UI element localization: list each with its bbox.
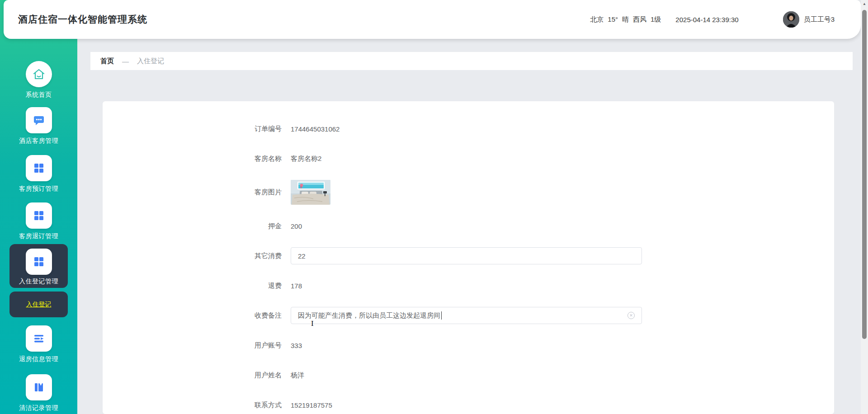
order-number-value: 1744645031062 [291, 125, 340, 133]
sidebar-item-room-management[interactable]: 酒店客房管理 [0, 107, 77, 145]
weather-wind-level: 1级 [651, 15, 661, 24]
form-row-charge-remark: 收费备注 因为可能产生消费，所以由员工这边发起退房间 ✕ [103, 307, 834, 324]
weather-temp: 15° [608, 15, 618, 24]
username: 员工工号3 [804, 15, 835, 24]
checkin-form-card: 订单编号 1744645031062 客房名称 客房名称2 客房图片 [103, 101, 834, 414]
sidebar-item-room-booking[interactable]: 客房预订管理 [0, 155, 77, 193]
field-label: 订单编号 [103, 125, 291, 133]
app-header: 酒店住宿一体化智能管理系统 北京 15° 晴 西风 1级 2025-04-14 … [4, 0, 861, 39]
grid-icon [26, 249, 52, 275]
sidebar-item-system-home[interactable]: 系统首页 [0, 61, 77, 99]
home-icon [26, 61, 52, 87]
field-label: 客房名称 [103, 155, 291, 163]
charge-remark-value: 因为可能产生消费，所以由员工这边发起退房间 [298, 311, 440, 320]
sidebar-item-room-cancellation[interactable]: 客房退订管理 [0, 202, 77, 240]
sidebar-item-label: 客房预订管理 [19, 185, 58, 193]
sidebar-item-label: 系统首页 [26, 91, 52, 99]
page-scrollbar[interactable]: ▲ [861, 0, 868, 414]
current-datetime: 2025-04-14 23:39:30 [675, 16, 738, 24]
sidebar: 系统首页 酒店客房管理 客房预订管理 [0, 0, 77, 414]
other-consumption-value: 22 [298, 252, 306, 260]
app-title: 酒店住宿一体化智能管理系统 [18, 13, 147, 26]
form-row-contact: 联系方式 15219187575 [103, 396, 834, 414]
room-image-thumbnail[interactable] [291, 180, 330, 205]
sidebar-item-label: 酒店客房管理 [19, 137, 58, 145]
breadcrumb-separator: — [122, 57, 129, 65]
weather-wind: 西风 [633, 15, 646, 24]
contact-value: 15219187575 [291, 401, 332, 409]
form-row-other-consumption: 其它消费 22 [103, 247, 834, 264]
field-label: 退费 [103, 282, 291, 290]
sidebar-item-cleaning-records[interactable]: 清洁记录管理 [0, 374, 77, 412]
field-label: 用户姓名 [103, 371, 291, 380]
user-menu[interactable]: 员工工号3 [783, 11, 835, 28]
field-label: 用户账号 [103, 341, 291, 350]
sidebar-item-checkout-info[interactable]: 退房信息管理 [0, 325, 77, 363]
scrollbar-thumb[interactable] [862, 10, 867, 339]
form-row-room-image: 客房图片 [103, 180, 834, 205]
breadcrumb-home[interactable]: 首页 [100, 57, 114, 66]
sidebar-item-label: 退房信息管理 [19, 355, 58, 363]
sidebar-item-label: 客房退订管理 [19, 232, 58, 240]
text-caret [441, 311, 442, 320]
avatar[interactable] [783, 11, 799, 28]
user-account-value: 333 [291, 342, 302, 349]
form-row-user-account: 用户账号 333 [103, 337, 834, 354]
grid-icon [26, 155, 52, 181]
form-row-user-name: 用户姓名 杨洋 [103, 367, 834, 384]
chat-icon [26, 107, 52, 133]
sidebar-item-label: 清洁记录管理 [19, 404, 58, 412]
list-icon [26, 325, 52, 352]
sidebar-item-label: 入住登记管理 [19, 278, 58, 286]
other-consumption-input[interactable]: 22 [291, 247, 642, 264]
form-row-order-number: 订单编号 1744645031062 [103, 120, 834, 137]
weather-widget: 北京 15° 晴 西风 1级 [590, 15, 661, 24]
refund-value: 178 [291, 282, 302, 290]
field-label: 押金 [103, 222, 291, 231]
field-label: 客房图片 [103, 188, 291, 197]
sidebar-item-checkin-management[interactable]: 入住登记管理 [9, 244, 68, 288]
breadcrumb: 首页 — 入住登记 [90, 52, 853, 70]
scrollbar-up-arrow[interactable]: ▲ [861, 2, 868, 6]
field-label: 其它消费 [103, 252, 291, 260]
form-row-deposit: 押金 200 [103, 217, 834, 235]
deposit-value: 200 [291, 222, 302, 230]
form-row-room-name: 客房名称 客房名称2 [103, 150, 834, 167]
field-label: 联系方式 [103, 401, 291, 409]
sidebar-submenu-checkin[interactable]: 入住登记 [9, 292, 68, 317]
room-name-value: 客房名称2 [291, 155, 321, 163]
weather-condition: 晴 [622, 15, 629, 24]
form-row-refund: 退费 178 [103, 277, 834, 294]
charge-remark-input[interactable]: 因为可能产生消费，所以由员工这边发起退房间 ✕ [291, 307, 642, 324]
grid-icon [26, 202, 52, 229]
submenu-label: 入住登记 [26, 301, 52, 309]
breadcrumb-current: 入住登记 [137, 57, 164, 66]
book-icon [26, 374, 52, 400]
user-name-value: 杨洋 [291, 371, 304, 380]
weather-city: 北京 [590, 15, 604, 24]
field-label: 收费备注 [103, 311, 291, 320]
clear-input-icon[interactable]: ✕ [627, 312, 635, 319]
